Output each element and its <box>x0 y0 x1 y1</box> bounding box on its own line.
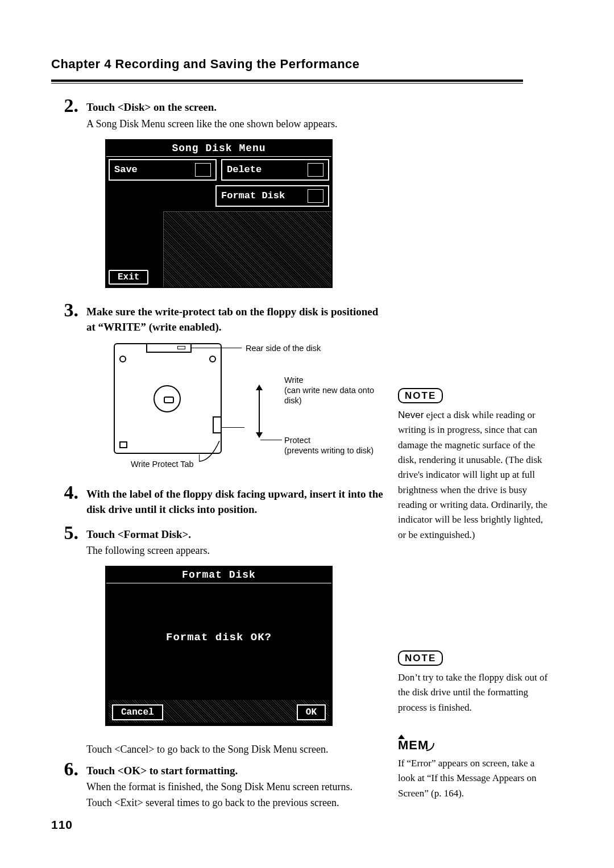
delete-button[interactable]: Delete <box>221 159 329 181</box>
page-number: 110 <box>51 818 73 832</box>
diagram-label-wp-tab: Write Protect Tab <box>131 459 194 469</box>
diagram-label-protect: Protect <box>284 435 310 445</box>
diagram-label-write: Write <box>284 375 304 385</box>
body-text: Touch <Cancel> to go back to the Song Di… <box>86 742 387 757</box>
diagram-label-write-sub: (can write new data onto disk) <box>284 385 381 406</box>
delete-label: Delete <box>227 164 262 175</box>
delete-icon <box>308 163 323 177</box>
arrow-icon <box>259 385 260 437</box>
step-heading: With the label of the floppy disk facing… <box>86 486 387 518</box>
note-callout-2: NOTE Don’t try to take the floppy disk o… <box>398 650 551 715</box>
diagram-label-protect-sub: (prevents writing to disk) <box>284 445 374 456</box>
format-disk-screenshot: Format Disk Format disk OK? Cancel OK <box>105 566 333 726</box>
save-label: Save <box>114 164 138 175</box>
exit-button[interactable]: Exit <box>109 270 148 285</box>
note-badge: NOTE <box>398 650 443 666</box>
chapter-title: Chapter 4 Recording and Saving the Perfo… <box>51 57 563 80</box>
floppy-disk-icon <box>114 343 222 454</box>
step-number: 5. <box>51 523 86 542</box>
song-disk-menu-screenshot: Song Disk Menu Save Delete <box>105 139 333 288</box>
note-badge: NOTE <box>398 388 443 403</box>
format-disk-button[interactable]: Format Disk <box>215 185 329 207</box>
step-heading: Touch <OK> to start formatting. <box>86 763 387 779</box>
save-icon <box>195 163 211 177</box>
lcd-title: Song Disk Menu <box>106 140 331 156</box>
step-2: 2. Touch <Disk> on the screen. A Song Di… <box>51 99 387 131</box>
diagram-label-rear: Rear side of the disk <box>246 343 321 353</box>
ok-button[interactable]: OK <box>297 704 326 720</box>
note-text: Never eject a disk while reading or writ… <box>398 408 551 542</box>
memo-callout: MEM If “Error” appears on screen, take a… <box>398 738 551 801</box>
note-callout-1: NOTE Never eject a disk while reading or… <box>398 388 551 542</box>
lcd-title: Format Disk <box>106 567 331 583</box>
step-heading: Make sure the write-protect tab on the f… <box>86 304 387 335</box>
step-text: Touch <Exit> several times to go back to… <box>86 795 387 810</box>
step-3: 3. Make sure the write-protect tab on th… <box>51 304 387 335</box>
note-text: Don’t try to take the floppy disk out of… <box>398 670 551 715</box>
step-6: 6. Touch <OK> to start formatting. When … <box>51 763 387 811</box>
header-rule <box>51 80 523 84</box>
note-emphasis: Never <box>398 410 424 420</box>
lcd-message: Format disk OK? <box>106 583 331 644</box>
format-label: Format Disk <box>221 190 285 201</box>
disk-icon <box>308 189 323 203</box>
step-number: 3. <box>51 301 86 320</box>
step-text: When the format is finished, the Song Di… <box>86 779 387 794</box>
step-5: 5. Touch <Format Disk>. The following sc… <box>51 527 387 558</box>
memo-badge: MEM <box>398 738 434 753</box>
step-4: 4. With the label of the floppy disk fac… <box>51 486 387 518</box>
step-number: 2. <box>51 96 86 115</box>
floppy-write-protect-diagram: Rear side of the disk Write (can write n… <box>114 343 381 474</box>
step-number: 4. <box>51 483 86 502</box>
step-text: A Song Disk Menu screen like the one sho… <box>86 116 387 131</box>
step-number: 6. <box>51 760 86 779</box>
step-text: The following screen appears. <box>86 543 387 558</box>
step-heading: Touch <Disk> on the screen. <box>86 99 387 115</box>
memo-text: If “Error” appears on screen, take a loo… <box>398 756 551 801</box>
cancel-button[interactable]: Cancel <box>112 704 163 720</box>
step-heading: Touch <Format Disk>. <box>86 527 387 542</box>
save-button[interactable]: Save <box>109 159 217 181</box>
